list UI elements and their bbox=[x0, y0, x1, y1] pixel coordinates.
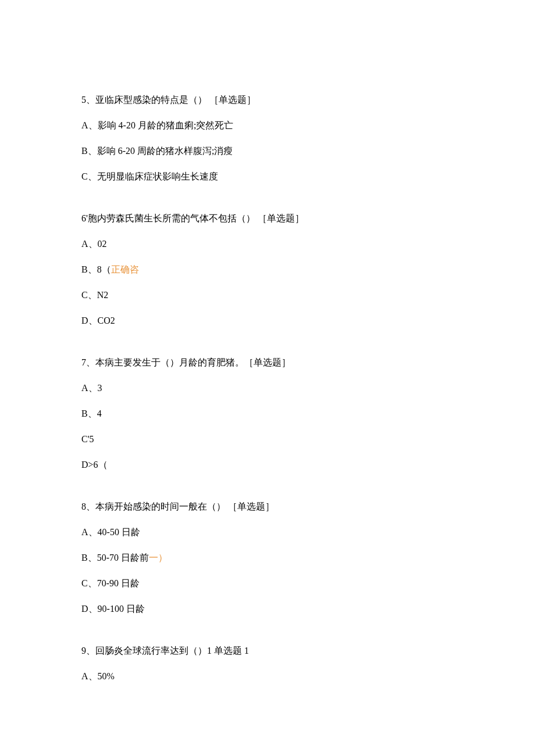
question-stem: 5、亚临床型感染的特点是（） ［单选题］ bbox=[81, 93, 454, 107]
question-option: B、4 bbox=[81, 407, 454, 421]
document-page: 5、亚临床型感染的特点是（） ［单选题］ A、影响 4-20 月龄的猪血痢;突然… bbox=[0, 0, 535, 756]
option-prefix: B、50-70 日龄前 bbox=[81, 553, 149, 562]
answer-highlight: 正确咨 bbox=[111, 264, 139, 274]
answer-highlight: 一） bbox=[149, 553, 167, 562]
question-option: B、50-70 日龄前一） bbox=[81, 551, 454, 565]
question-option: A、50% bbox=[81, 669, 454, 683]
question-block: 8、本病开始感染的时间一般在（） ［单选题］ A、40-50 日龄 B、50-7… bbox=[81, 500, 454, 616]
question-option: D、90-100 日龄 bbox=[81, 602, 454, 616]
question-block: 5、亚临床型感染的特点是（） ［单选题］ A、影响 4-20 月龄的猪血痢;突然… bbox=[81, 93, 454, 184]
question-stem: 9、回肠炎全球流行率达到（）1 单选题 1 bbox=[81, 644, 454, 658]
question-stem: 6'胞内劳森氏菌生长所需的气体不包括（） ［单选题］ bbox=[81, 212, 454, 225]
question-option: B、影响 6-20 周龄的猪水样腹泻;消瘦 bbox=[81, 144, 454, 158]
question-option: A、影响 4-20 月龄的猪血痢;突然死亡 bbox=[81, 119, 454, 132]
option-prefix: B、8（ bbox=[81, 264, 111, 274]
question-option: A、40-50 日龄 bbox=[81, 525, 454, 539]
question-block: 9、回肠炎全球流行率达到（）1 单选题 1 A、50% bbox=[81, 644, 454, 683]
question-option: C、N2 bbox=[81, 288, 454, 302]
question-stem: 8、本病开始感染的时间一般在（） ［单选题］ bbox=[81, 500, 454, 514]
question-option: D>6（ bbox=[81, 458, 454, 472]
question-option: A、3 bbox=[81, 381, 454, 395]
question-option: C、无明显临床症状影响生长速度 bbox=[81, 170, 454, 184]
question-option: C、70-90 日龄 bbox=[81, 576, 454, 590]
question-option: A、02 bbox=[81, 237, 454, 251]
question-option: D、CO2 bbox=[81, 314, 454, 328]
question-block: 7、本病主要发生于（）月龄的育肥猪。［单选题］ A、3 B、4 C'5 D>6（ bbox=[81, 356, 454, 472]
question-stem: 7、本病主要发生于（）月龄的育肥猪。［单选题］ bbox=[81, 356, 454, 370]
question-option: C'5 bbox=[81, 432, 454, 446]
question-option: B、8（正确咨 bbox=[81, 263, 454, 277]
question-block: 6'胞内劳森氏菌生长所需的气体不包括（） ［单选题］ A、02 B、8（正确咨 … bbox=[81, 212, 454, 328]
